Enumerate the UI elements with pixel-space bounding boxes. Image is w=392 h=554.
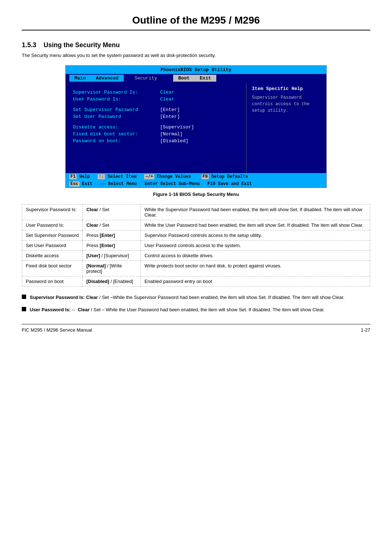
footer-right: 1-27 bbox=[361, 327, 370, 333]
bios-value-diskette-access: [Supervisor] bbox=[160, 124, 194, 130]
bios-nav-bar: Main Advanced Security Boot Exit bbox=[66, 74, 326, 82]
bios-value-supervisor-password-is: Clear bbox=[160, 90, 174, 95]
section-heading: 1.5.3 Using the Security Menu bbox=[22, 41, 370, 49]
bios-row-supervisor-password-is: Supervisor Password Is: Clear bbox=[73, 90, 239, 95]
table-row: Supervisor Password Is:Clear / SetWhile … bbox=[22, 205, 370, 220]
bios-footer-row2: Esc Exit ←→ Select Menu Enter Select Sub… bbox=[66, 180, 326, 188]
bios-title-bar: PhoenixBIOS Setup Utility bbox=[66, 66, 326, 74]
table-cell-item: Diskette access bbox=[22, 251, 83, 261]
table-cell-value: Press [Enter] bbox=[82, 241, 140, 251]
bios-key-f1: F1 bbox=[69, 174, 77, 179]
table-cell-item: Fixed disk boot sector bbox=[22, 261, 83, 276]
bios-nav-main[interactable]: Main bbox=[69, 75, 91, 82]
page-title: Outline of the M295 / M296 bbox=[22, 15, 370, 30]
table-cell-value: Clear / Set bbox=[82, 220, 140, 230]
table-cell-value: [Normal] / [Write protect] bbox=[82, 261, 140, 276]
bios-footer-row1: F1 Help ↑↓ Select Item −/+ Change Values… bbox=[66, 173, 326, 180]
bullet-section: Supervisor Password Is: Clear / Set –Whi… bbox=[22, 294, 370, 313]
bios-label-diskette-access: Diskette access: bbox=[73, 124, 160, 130]
bios-key-leftright: ←→ bbox=[100, 181, 105, 186]
bios-key-arrows: ↑↓ bbox=[98, 174, 105, 179]
table-cell-value: Clear / Set bbox=[82, 205, 140, 220]
bullet-icon-supervisor bbox=[22, 295, 26, 299]
bios-row-user-password-is: User Password Is: Clear bbox=[73, 97, 239, 102]
bios-row-set-user-password: Set User Password [Enter] bbox=[73, 114, 239, 119]
table-cell-value: [User] / [Supervisor] bbox=[82, 251, 140, 261]
bios-key-f10: F10 bbox=[208, 181, 216, 186]
table-cell-description: Supervisor Password controls access to t… bbox=[140, 230, 370, 241]
bios-footer-text1: F1 Help ↑↓ Select Item −/+ Change Values… bbox=[69, 174, 248, 179]
table-cell-description: User Password controls access to the sys… bbox=[140, 241, 370, 251]
bios-setup-box: PhoenixBIOS Setup Utility Main Advanced … bbox=[65, 65, 327, 188]
bios-label-set-user-password: Set User Password bbox=[73, 114, 160, 119]
bios-nav-advanced[interactable]: Advanced bbox=[91, 75, 123, 82]
table-cell-description: Enabled password entry on boot bbox=[140, 276, 370, 287]
section-title: Using the Security Menu bbox=[44, 41, 120, 49]
table-cell-item: Set Supervisor Password bbox=[22, 230, 83, 241]
bullet-text-user: User Password Is: -- Clear / Set – While… bbox=[30, 306, 325, 313]
bios-label-set-supervisor-password: Set Supervisor Password bbox=[73, 107, 160, 112]
table-cell-item: Password on boot bbox=[22, 276, 83, 287]
figure-caption: Figure 1-16 BIOS Setup Security Menu bbox=[22, 192, 370, 197]
bios-nav-exit[interactable]: Exit bbox=[195, 75, 216, 82]
table-cell-item: Set User Password bbox=[22, 241, 83, 251]
bios-help-text: Supervisor Passwordcontrols access to th… bbox=[252, 94, 321, 114]
bios-key-f9: F9 bbox=[201, 174, 209, 179]
bios-row-password-on-boot: Password on boot: [Disabled] bbox=[73, 138, 239, 144]
bios-row-diskette-access: Diskette access: [Supervisor] bbox=[73, 124, 239, 130]
table-row: User Password Is:Clear / SetWhile the Us… bbox=[22, 220, 370, 230]
bios-value-password-on-boot: [Disabled] bbox=[160, 138, 188, 144]
table-cell-description: While the Supervisor Password had been e… bbox=[140, 205, 370, 220]
bios-value-set-supervisor-password: [Enter] bbox=[160, 107, 180, 112]
bios-label-fixed-disk: Fixed disk boot sector: bbox=[73, 131, 160, 137]
table-cell-value: [Disabled] / [Enabled] bbox=[82, 276, 140, 287]
section-number: 1.5.3 bbox=[22, 41, 36, 49]
page-footer: FIC M295 / M296 Service Manual 1-27 bbox=[22, 324, 370, 333]
bios-key-esc: Esc bbox=[69, 181, 79, 186]
bullet-text-supervisor: Supervisor Password Is: Clear / Set –Whi… bbox=[30, 294, 344, 301]
bios-nav-boot[interactable]: Boot bbox=[173, 75, 195, 82]
bullet-item-user: User Password Is: -- Clear / Set – While… bbox=[22, 306, 370, 313]
bios-row-set-supervisor-password: Set Supervisor Password [Enter] bbox=[73, 107, 239, 112]
bios-main-panel: Supervisor Password Is: Clear User Passw… bbox=[66, 82, 246, 173]
bios-nav-security[interactable]: Security bbox=[124, 75, 162, 82]
bios-value-set-user-password: [Enter] bbox=[160, 114, 180, 119]
bios-row-fixed-disk: Fixed disk boot sector: [Normal] bbox=[73, 131, 239, 137]
reference-table: Supervisor Password Is:Clear / SetWhile … bbox=[22, 204, 370, 287]
bios-value-user-password-is: Clear bbox=[160, 97, 174, 102]
bios-key-enter: Enter bbox=[145, 181, 158, 186]
table-row: Set User PasswordPress [Enter]User Passw… bbox=[22, 241, 370, 251]
section-intro: The Security menu allows you to set the … bbox=[22, 53, 370, 58]
table-cell-description: Control access to diskette drives. bbox=[140, 251, 370, 261]
table-row: Set Supervisor PasswordPress [Enter]Supe… bbox=[22, 230, 370, 241]
table-row: Password on boot[Disabled] / [Enabled]En… bbox=[22, 276, 370, 287]
bios-footer-text2: Esc Exit ←→ Select Menu Enter Select Sub… bbox=[69, 181, 252, 186]
bios-help-panel: Item Specific Help Supervisor Passwordco… bbox=[246, 82, 326, 173]
bios-body: Supervisor Password Is: Clear User Passw… bbox=[66, 82, 326, 173]
table-cell-value: Press [Enter] bbox=[82, 230, 140, 241]
table-row: Diskette access[User] / [Supervisor]Cont… bbox=[22, 251, 370, 261]
table-cell-description: While the User Password had been enabled… bbox=[140, 220, 370, 230]
footer-left: FIC M295 / M296 Service Manual bbox=[22, 327, 92, 333]
bios-help-title: Item Specific Help bbox=[252, 86, 321, 91]
bullet-icon-user bbox=[22, 307, 26, 311]
bullet-item-supervisor: Supervisor Password Is: Clear / Set –Whi… bbox=[22, 294, 370, 301]
bios-label-password-on-boot: Password on boot: bbox=[73, 138, 160, 144]
table-cell-item: User Password Is: bbox=[22, 220, 83, 230]
table-row: Fixed disk boot sector[Normal] / [Write … bbox=[22, 261, 370, 276]
bios-label-supervisor-password-is: Supervisor Password Is: bbox=[73, 90, 160, 95]
table-cell-item: Supervisor Password Is: bbox=[22, 205, 83, 220]
table-cell-description: Write protects boot sector on hard disk,… bbox=[140, 261, 370, 276]
bios-label-user-password-is: User Password Is: bbox=[73, 97, 160, 102]
bios-key-minus-plus: −/+ bbox=[144, 174, 154, 179]
bios-value-fixed-disk: [Normal] bbox=[160, 131, 183, 137]
